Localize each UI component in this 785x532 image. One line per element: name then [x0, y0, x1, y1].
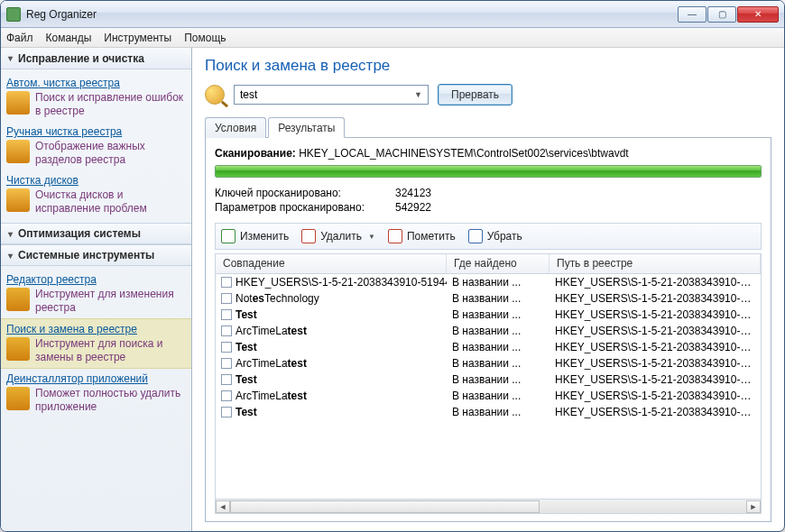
sidebar-item-icon — [6, 337, 30, 361]
col-path[interactable]: Путь в реестре — [550, 254, 761, 273]
table-row[interactable]: TestВ названии ...HKEY_USERS\S-1-5-21-20… — [216, 404, 761, 420]
delete-button[interactable]: Удалить▼ — [301, 229, 375, 243]
mark-icon — [388, 229, 402, 243]
tab-results[interactable]: Результаты — [268, 117, 345, 138]
sidebar-section-header[interactable]: ▾Системные инструменты — [1, 244, 191, 266]
menu-commands[interactable]: Команды — [46, 32, 92, 44]
row-checkbox[interactable] — [221, 326, 232, 336]
scroll-thumb[interactable] — [230, 500, 540, 513]
sidebar-section-header[interactable]: ▾Оптимизация системы — [1, 223, 191, 244]
menubar: Файл Команды Инструменты Помощь — [1, 28, 784, 48]
menu-help[interactable]: Помощь — [184, 32, 226, 44]
app-icon — [6, 7, 21, 22]
table-row[interactable]: TestВ названии ...HKEY_USERS\S-1-5-21-20… — [216, 371, 761, 388]
chevron-down-icon[interactable]: ▼ — [414, 90, 422, 99]
col-match[interactable]: Совпадение — [216, 254, 447, 273]
table-row[interactable]: HKEY_USERS\S-1-5-21-2038343910-5194402..… — [216, 274, 761, 290]
row-checkbox[interactable] — [221, 390, 232, 401]
row-checkbox[interactable] — [221, 358, 232, 369]
sidebar-item-desc: Поиск и исправление ошибок в реестре — [35, 91, 186, 118]
sidebar-item-icon — [6, 140, 30, 163]
delete-icon — [301, 229, 316, 243]
chevron-down-icon: ▾ — [8, 53, 13, 63]
scroll-left-icon[interactable]: ◄ — [216, 500, 230, 513]
params-scanned-value: 542922 — [395, 201, 762, 214]
tab-conditions[interactable]: Условия — [205, 117, 266, 138]
results-toolbar: Изменить Удалить▼ Пометить Убрать — [215, 223, 762, 250]
chevron-down-icon: ▾ — [8, 251, 13, 261]
sidebar-item[interactable]: Деинсталлятор приложенийПоможет полность… — [1, 369, 191, 417]
sidebar-item-title[interactable]: Ручная чистка реестра — [6, 125, 186, 138]
search-icon — [205, 85, 225, 105]
sidebar-item[interactable]: Поиск и замена в реестреИнструмент для п… — [1, 318, 191, 369]
row-checkbox[interactable] — [221, 309, 232, 320]
chevron-down-icon: ▾ — [8, 229, 13, 239]
page-title: Поиск и замена в реестре — [205, 57, 771, 75]
progress-bar — [215, 165, 762, 178]
menu-tools[interactable]: Инструменты — [104, 32, 171, 44]
minimize-button[interactable]: — — [678, 6, 706, 23]
results-table: Совпадение Где найдено Путь в реестре HK… — [215, 253, 762, 514]
sidebar-item[interactable]: Автом. чистка реестраПоиск и исправление… — [1, 73, 191, 122]
col-where[interactable]: Где найдено — [447, 254, 550, 273]
params-scanned-label: Параметров просканировано: — [215, 201, 395, 214]
sidebar-item-title[interactable]: Поиск и замена в реестре — [6, 323, 186, 335]
edit-button[interactable]: Изменить — [221, 229, 289, 243]
close-button[interactable]: ✕ — [737, 6, 779, 23]
chevron-down-icon[interactable]: ▼ — [368, 233, 375, 241]
sidebar-item-desc: Инструмент для поиска и замены в реестре — [35, 337, 186, 364]
menu-file[interactable]: Файл — [6, 32, 33, 44]
keys-scanned-label: Ключей просканировано: — [215, 187, 395, 199]
sidebar-item[interactable]: Редактор реестраИнструмент для изменения… — [1, 270, 191, 318]
row-checkbox[interactable] — [221, 374, 232, 385]
row-checkbox[interactable] — [221, 342, 232, 353]
sidebar-item-title[interactable]: Автом. чистка реестра — [6, 77, 186, 89]
sidebar-item-desc: Поможет полностью удалить приложение — [35, 387, 186, 414]
content-pane: Поиск и замена в реестре test ▼ Прервать… — [192, 48, 784, 532]
sidebar-item-desc: Очистка дисков и исправление проблем — [35, 188, 186, 216]
maximize-button[interactable]: ▢ — [707, 6, 736, 23]
sidebar-item-icon — [6, 288, 30, 311]
sidebar-item[interactable]: Чистка дисковОчистка дисков и исправлени… — [1, 170, 191, 219]
table-row[interactable]: ArcTimeLatestВ названии ...HKEY_USERS\S-… — [216, 355, 761, 371]
sidebar-item-icon — [6, 91, 30, 115]
sidebar-item-title[interactable]: Редактор реестра — [6, 273, 186, 286]
sidebar-item-icon — [6, 387, 30, 410]
table-row[interactable]: ArcTimeLatestВ названии ...HKEY_USERS\S-… — [216, 323, 761, 339]
unmark-button[interactable]: Убрать — [468, 229, 522, 243]
row-checkbox[interactable] — [221, 277, 232, 288]
sidebar-item[interactable]: Ручная чистка реестраОтображение важных … — [1, 122, 191, 170]
h-scrollbar[interactable]: ◄ ► — [216, 499, 761, 513]
keys-scanned-value: 324123 — [395, 187, 762, 199]
edit-icon — [221, 229, 236, 243]
sidebar-item-desc: Отображение важных разделов реестра — [35, 140, 186, 167]
search-input[interactable]: test ▼ — [234, 85, 429, 105]
row-checkbox[interactable] — [221, 293, 232, 304]
sidebar-section-header[interactable]: ▾Исправление и очистка — [1, 48, 191, 69]
titlebar[interactable]: Reg Organizer — ▢ ✕ — [1, 1, 784, 28]
scan-status: Сканирование: HKEY_LOCAL_MACHINE\SYSTEM\… — [215, 147, 762, 160]
table-row[interactable]: TestВ названии ...HKEY_USERS\S-1-5-21-20… — [216, 339, 761, 355]
sidebar-item-title[interactable]: Деинсталлятор приложений — [6, 372, 186, 385]
app-window: Reg Organizer — ▢ ✕ Файл Команды Инструм… — [0, 0, 785, 532]
scroll-right-icon[interactable]: ► — [746, 500, 761, 513]
sidebar-item-title[interactable]: Чистка дисков — [6, 174, 186, 187]
table-row[interactable]: TestВ названии ...HKEY_USERS\S-1-5-21-20… — [216, 307, 761, 323]
unmark-icon — [468, 229, 483, 243]
window-title: Reg Organizer — [26, 8, 678, 21]
table-row[interactable]: ArcTimeLatestВ названии ...HKEY_USERS\S-… — [216, 388, 761, 404]
sidebar-item-icon — [6, 188, 30, 212]
table-row[interactable]: NotesTechnologyВ названии ...HKEY_USERS\… — [216, 290, 761, 307]
row-checkbox[interactable] — [221, 407, 232, 417]
mark-button[interactable]: Пометить — [388, 229, 456, 243]
sidebar: ▾Исправление и очисткаАвтом. чистка реес… — [1, 48, 192, 532]
abort-button[interactable]: Прервать — [438, 84, 513, 105]
sidebar-item-desc: Инструмент для изменения реестра — [35, 288, 186, 315]
